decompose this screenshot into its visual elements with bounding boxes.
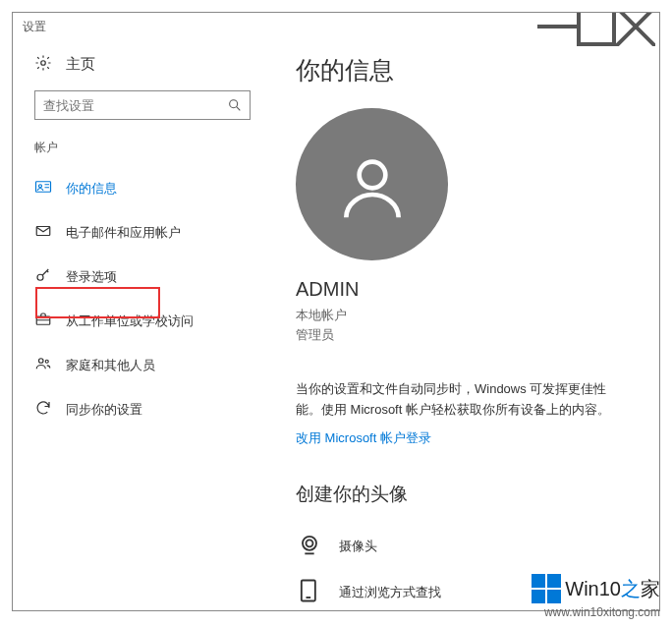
person-card-icon	[34, 178, 52, 199]
account-type: 本地帐户	[296, 307, 632, 324]
watermark-logo: Win10之家	[532, 574, 660, 603]
home-label: 主页	[66, 55, 95, 74]
sidebar-item-label: 电子邮件和应用帐户	[66, 224, 181, 242]
sidebar-item-your-info[interactable]: 你的信息	[13, 166, 268, 210]
browse-label: 通过浏览方式查找	[339, 584, 441, 601]
ms-signin-link[interactable]: 改用 Microsoft 帐户登录	[296, 428, 431, 449]
desc-text: 当你的设置和文件自动同步时，Windows 可发挥更佳性能。使用 Microso…	[296, 379, 632, 421]
svg-point-6	[37, 274, 43, 280]
sidebar-item-label: 从工作单位或学校访问	[66, 313, 194, 330]
watermark-brand: Win10之家	[565, 576, 660, 602]
sync-description: 当你的设置和文件自动同步时，Windows 可发挥更佳性能。使用 Microso…	[296, 379, 632, 448]
window-title: 设置	[23, 19, 537, 35]
close-button[interactable]	[616, 13, 655, 40]
people-icon	[34, 355, 52, 375]
sidebar-item-sync[interactable]: 同步你的设置	[13, 387, 268, 431]
search-icon	[227, 97, 243, 113]
window-controls	[537, 13, 655, 40]
sidebar-item-label: 家庭和其他人员	[66, 357, 155, 374]
avatar-section-heading: 创建你的头像	[296, 482, 632, 507]
sidebar-item-signin-options[interactable]: 登录选项	[13, 255, 268, 299]
camera-label: 摄像头	[339, 538, 377, 555]
camera-option[interactable]: 摄像头	[296, 523, 632, 569]
svg-point-9	[45, 360, 48, 363]
sidebar-item-email-accounts[interactable]: 电子邮件和应用帐户	[13, 210, 268, 255]
svg-point-10	[359, 161, 385, 188]
browse-icon	[296, 577, 323, 607]
titlebar: 设置	[13, 13, 659, 40]
sync-icon	[34, 399, 52, 420]
sidebar-item-work-access[interactable]: 从工作单位或学校访问	[13, 299, 268, 343]
svg-point-11	[303, 537, 316, 550]
search-row	[13, 90, 268, 136]
maximize-button[interactable]	[577, 13, 616, 40]
sidebar-item-family[interactable]: 家庭和其他人员	[13, 343, 268, 387]
user-role: 管理员	[296, 326, 632, 344]
watermark: Win10之家 www.win10xitong.com	[532, 574, 660, 619]
camera-icon	[296, 531, 323, 561]
category-label: 帐户	[13, 136, 268, 166]
search-input[interactable]	[34, 90, 251, 120]
home-button[interactable]: 主页	[13, 48, 268, 90]
main-panel: 你的信息 ADMIN 本地帐户 管理员 当你的设置和文件自动同步时，Window…	[268, 40, 659, 610]
svg-rect-5	[36, 227, 50, 236]
content-area: 主页 帐户 你的信息 电子邮件和应用帐户	[13, 40, 659, 610]
svg-point-2	[230, 100, 238, 108]
svg-point-1	[41, 61, 46, 66]
user-icon	[333, 145, 412, 224]
minimize-button[interactable]	[537, 13, 577, 40]
svg-point-8	[39, 359, 44, 364]
svg-point-4	[39, 185, 42, 188]
svg-point-12	[307, 541, 313, 547]
watermark-url: www.win10xitong.com	[532, 605, 660, 619]
avatar	[296, 108, 448, 260]
search-wrap	[34, 90, 251, 120]
mail-icon	[34, 222, 52, 243]
windows-logo-icon	[532, 574, 561, 603]
sidebar-item-label: 同步你的设置	[66, 401, 142, 419]
sidebar: 主页 帐户 你的信息 电子邮件和应用帐户	[13, 40, 268, 610]
sidebar-item-label: 你的信息	[66, 180, 117, 198]
user-name: ADMIN	[296, 278, 632, 301]
key-icon	[34, 266, 52, 287]
gear-icon	[34, 54, 52, 75]
briefcase-icon	[34, 311, 52, 331]
settings-window: 设置 主页	[12, 12, 660, 611]
page-title: 你的信息	[296, 54, 632, 86]
sidebar-item-label: 登录选项	[66, 268, 117, 286]
